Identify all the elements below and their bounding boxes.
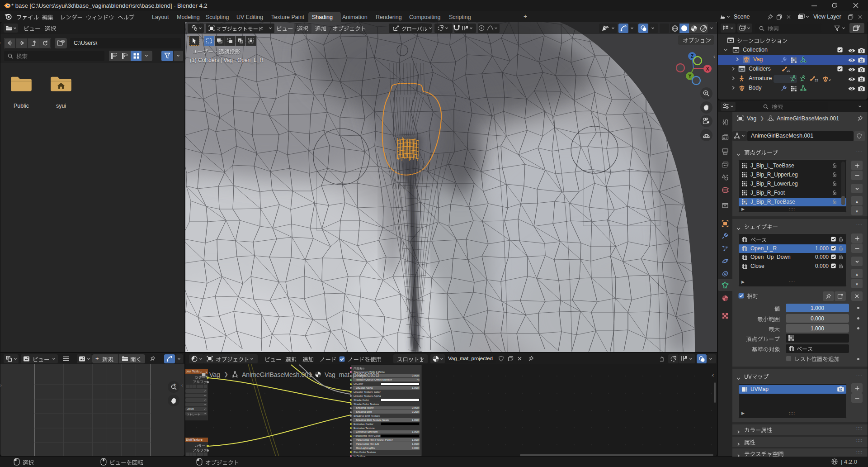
svg-text:X: X [706,67,709,71]
svg-text:Z: Z [691,54,693,59]
svg-text:23: 23 [815,78,818,82]
svg-text:22: 22 [787,69,790,73]
svg-text:Y: Y [689,74,692,79]
